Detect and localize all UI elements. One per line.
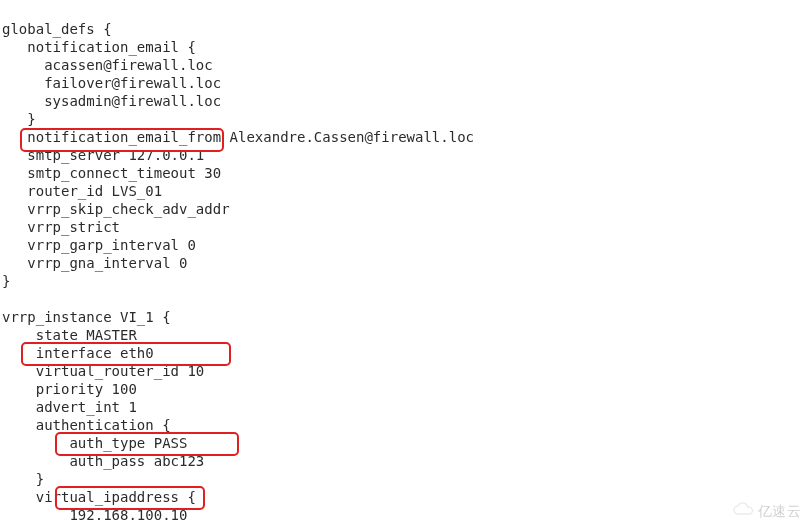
code-line: } [2, 471, 44, 487]
code-line: vrrp_instance VI_1 { [2, 309, 171, 325]
code-line: advert_int 1 [2, 399, 137, 415]
code-line: notification_email_from Alexandre.Cassen… [2, 129, 474, 145]
code-line: virtual_ipaddress { [2, 489, 196, 505]
code-line: global_defs { [2, 21, 112, 37]
code-line: auth_type PASS [2, 435, 187, 451]
cloud-icon [732, 502, 754, 520]
code-line: priority 100 [2, 381, 137, 397]
code-line: virtual_router_id 10 [2, 363, 204, 379]
code-line: authentication { [2, 417, 171, 433]
code-line: smtp_server 127.0.0.1 [2, 147, 204, 163]
code-line: vrrp_garp_interval 0 [2, 237, 196, 253]
code-line: smtp_connect_timeout 30 [2, 165, 221, 181]
code-line: router_id LVS_01 [2, 183, 162, 199]
code-line: vrrp_gna_interval 0 [2, 255, 187, 271]
code-line: state MASTER [2, 327, 137, 343]
code-line: vrrp_strict [2, 219, 120, 235]
watermark: 亿速云 [732, 502, 802, 520]
code-line: sysadmin@firewall.loc [2, 93, 221, 109]
code-line: notification_email { [2, 39, 196, 55]
code-line: 192.168.100.10 [2, 507, 187, 523]
code-line: interface eth0 [2, 345, 154, 361]
code-line: failover@firewall.loc [2, 75, 221, 91]
code-line: } [2, 111, 36, 127]
code-line: } [2, 273, 10, 289]
code-line: acassen@firewall.loc [2, 57, 213, 73]
watermark-text: 亿速云 [758, 502, 802, 520]
code-line: vrrp_skip_check_adv_addr [2, 201, 230, 217]
code-line: auth_pass abc123 [2, 453, 204, 469]
config-code-block: global_defs { notification_email { acass… [0, 0, 809, 526]
